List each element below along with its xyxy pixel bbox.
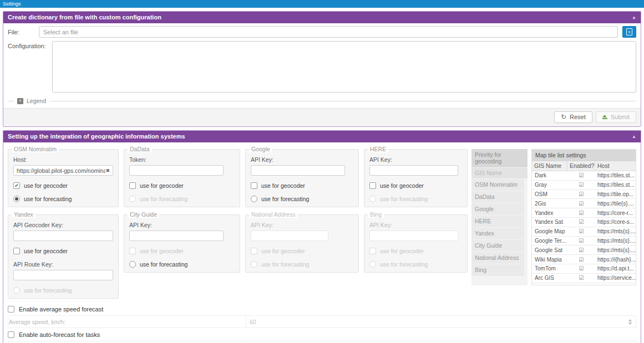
tile-enabled-checkbox[interactable]: ☑ bbox=[567, 219, 595, 225]
tile-enabled-checkbox[interactable]: ☑ bbox=[567, 228, 595, 234]
here-api-key-input[interactable] bbox=[369, 165, 458, 176]
here-forecasting-option: use for forecasting bbox=[369, 196, 462, 202]
tile-enabled-checkbox[interactable]: ☑ bbox=[567, 257, 595, 263]
legend-divider: + Legend bbox=[8, 98, 636, 104]
google-geocoder-option[interactable]: use for geocoder bbox=[251, 182, 353, 189]
fieldset-legend: HERE bbox=[368, 146, 388, 152]
tile-enabled-checkbox[interactable]: ☑ bbox=[567, 265, 595, 272]
priority-list-item[interactable]: OSM Nominatim bbox=[471, 179, 524, 191]
tile-enabled-checkbox[interactable]: ☑ bbox=[567, 210, 595, 216]
tile-enabled-checkbox[interactable]: ☑ bbox=[567, 238, 595, 244]
tile-enabled-checkbox[interactable]: ☑ bbox=[567, 182, 595, 188]
table-row[interactable]: Wiki Mapia ☑ https://i{hash}... bbox=[532, 255, 636, 264]
column-gis-name: GIS Name bbox=[532, 161, 567, 171]
api-key-label: API Key: bbox=[369, 156, 462, 163]
table-row[interactable]: Gray ☑ https://tiles.st... bbox=[532, 181, 636, 190]
average-speed-row: Average speed, km/h: 60 bbox=[8, 315, 636, 328]
national-geocoder-option: use for geocoder bbox=[251, 248, 353, 254]
tile-enabled-checkbox[interactable]: ☑ bbox=[567, 275, 595, 281]
google-api-key-input[interactable] bbox=[251, 165, 345, 176]
checkbox-icon[interactable] bbox=[8, 331, 14, 338]
table-row[interactable]: Yandex Sat ☑ https://core-s... bbox=[532, 218, 636, 227]
cityguide-api-key-input[interactable] bbox=[129, 231, 224, 241]
osm-host-input[interactable]: https://global.pilot-gps.com/nominatim/ … bbox=[13, 165, 113, 176]
checkbox-checked-icon[interactable]: ✔ bbox=[13, 182, 20, 189]
upload-file-button[interactable]: x bbox=[622, 26, 636, 38]
tile-enabled-checkbox[interactable]: ☑ bbox=[567, 201, 595, 207]
reset-button-label: Reset bbox=[570, 114, 586, 120]
here-geocoder-option[interactable]: use for geocoder bbox=[369, 182, 462, 189]
priority-list-item[interactable]: Google bbox=[471, 203, 524, 215]
google-forecasting-option[interactable]: use for forecasting bbox=[251, 196, 353, 202]
legend-label: Legend bbox=[27, 98, 46, 104]
tile-enabled-checkbox[interactable]: ☑ bbox=[567, 191, 595, 197]
tile-host-cell: https://core-r... bbox=[595, 210, 636, 216]
table-row[interactable]: OSM ☑ https://tile.op... bbox=[532, 190, 636, 199]
expand-plus-icon[interactable]: + bbox=[17, 98, 23, 104]
priority-list-item[interactable]: Bing bbox=[471, 264, 524, 276]
api-key-label: API Key: bbox=[369, 222, 462, 228]
token-label: Token: bbox=[129, 156, 235, 163]
forecasting-label: use for forecasting bbox=[24, 196, 72, 202]
checkbox-icon[interactable] bbox=[8, 306, 14, 313]
radio-checked-icon[interactable] bbox=[13, 196, 20, 202]
submit-button[interactable]: Submit bbox=[596, 111, 636, 123]
tiles-table-rows: Dark ☑ https://tiles.st... Gray ☑ https:… bbox=[532, 171, 636, 285]
table-row[interactable]: Dark ☑ https://tiles.st... bbox=[532, 171, 636, 181]
tile-name-cell: 2Gis bbox=[532, 201, 567, 207]
priority-list-item[interactable]: National Address bbox=[471, 252, 524, 264]
tile-enabled-checkbox[interactable]: ☑ bbox=[567, 247, 595, 253]
file-input[interactable]: Select an file bbox=[39, 26, 618, 38]
table-row[interactable]: Google Sat ☑ https://mts{s}.... bbox=[532, 245, 636, 255]
table-row[interactable]: Arc GIS ☑ https://service... bbox=[532, 274, 636, 283]
dadata-token-input[interactable] bbox=[129, 165, 224, 176]
reset-button[interactable]: ↻ Reset bbox=[554, 111, 592, 123]
yandex-route-key-input[interactable] bbox=[13, 270, 113, 280]
divider-line bbox=[8, 101, 14, 101]
fieldset-dadata: DaData Token: use for geocoder use for f… bbox=[124, 149, 240, 207]
api-key-label: API Key: bbox=[129, 222, 235, 228]
tile-host-cell: https://tile{s}.... bbox=[595, 201, 636, 207]
collapse-icon[interactable]: ▲ bbox=[632, 134, 636, 139]
collapse-icon[interactable]: ▲ bbox=[632, 15, 636, 20]
clear-icon[interactable]: ✖ bbox=[105, 168, 110, 173]
table-row[interactable]: 2Gis ☑ https://tile{s}.... bbox=[532, 199, 636, 208]
radio-icon[interactable] bbox=[129, 261, 136, 268]
priority-list-item[interactable]: City Guide bbox=[471, 240, 524, 252]
yandex-geocoder-key-input[interactable] bbox=[13, 231, 113, 241]
enable-auto-forecast-row[interactable]: Enable auto-forecast for tasks bbox=[8, 329, 636, 341]
checkbox-icon[interactable] bbox=[129, 182, 136, 189]
priority-list-item[interactable]: Yandex bbox=[471, 228, 524, 239]
dictionary-panel-header[interactable]: Create dictionary from file with custom … bbox=[3, 12, 641, 23]
cityguide-forecasting-option[interactable]: use for forecasting bbox=[129, 261, 235, 268]
tile-enabled-checkbox[interactable]: ☑ bbox=[567, 172, 595, 178]
radio-icon bbox=[369, 261, 376, 268]
configuration-textarea[interactable] bbox=[52, 41, 636, 93]
geocoder-label: use for geocoder bbox=[140, 182, 184, 189]
osm-geocoder-option[interactable]: ✔ use for geocoder bbox=[13, 182, 113, 189]
top-bar: Settings bbox=[0, 0, 644, 8]
table-row[interactable]: Yandex ☑ https://core-r... bbox=[532, 208, 636, 218]
table-row[interactable]: Google Map ☑ https://mts{s}.... bbox=[532, 227, 636, 237]
yandex-geocoder-option[interactable]: use for geocoder bbox=[13, 248, 113, 254]
dadata-geocoder-option[interactable]: use for geocoder bbox=[129, 182, 235, 189]
checkbox-icon[interactable] bbox=[251, 182, 257, 189]
geocoder-label: use for geocoder bbox=[140, 248, 184, 254]
radio-icon[interactable] bbox=[251, 196, 257, 202]
table-row[interactable]: TomTom ☑ https://d.api.t... bbox=[532, 264, 636, 274]
priority-list-item[interactable]: DaData bbox=[471, 191, 524, 203]
submit-button-label: Submit bbox=[611, 114, 630, 120]
geocoder-label: use for geocoder bbox=[24, 248, 68, 254]
dictionary-panel: Create dictionary from file with custom … bbox=[3, 11, 641, 127]
bing-api-key-input bbox=[369, 231, 458, 241]
priority-list-item[interactable]: HERE bbox=[471, 216, 524, 227]
average-load-time-row: Average load time, min: 10 bbox=[8, 341, 636, 343]
osm-forecasting-option[interactable]: use for forecasting bbox=[13, 196, 113, 202]
enable-avg-speed-row[interactable]: Enable average speed forecast bbox=[8, 303, 636, 315]
table-row[interactable]: Google Ter... ☑ https://mts{s}.... bbox=[532, 237, 636, 246]
api-key-label: API Key: bbox=[251, 156, 353, 163]
gis-panel-header[interactable]: Setting up the integration of geographic… bbox=[3, 131, 641, 142]
forecasting-label: use for forecasting bbox=[261, 261, 309, 268]
checkbox-icon[interactable] bbox=[369, 182, 376, 189]
checkbox-icon[interactable] bbox=[13, 248, 20, 254]
